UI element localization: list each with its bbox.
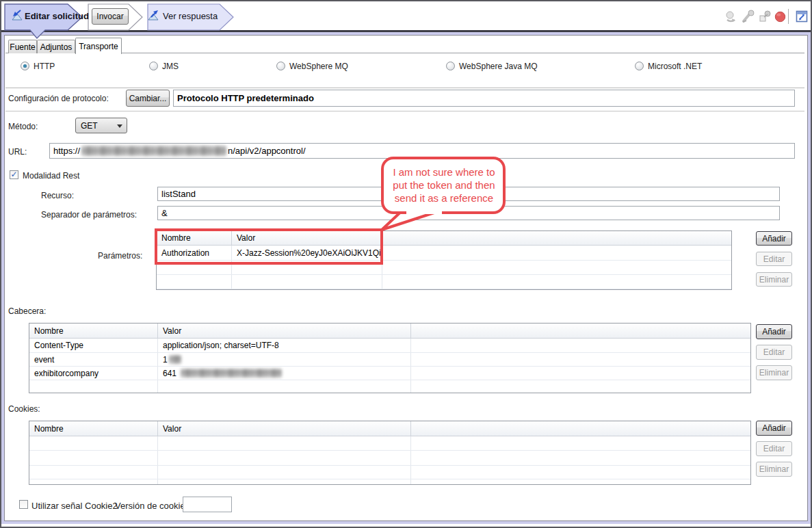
cookies-delete-button[interactable]: Eliminar [756, 462, 792, 477]
toolbar-separator [788, 9, 789, 24]
cookie-version-input[interactable] [183, 497, 232, 512]
tab-adjuntos[interactable]: Adjuntos [37, 40, 75, 53]
radio-http-label[interactable]: HTTP [34, 62, 55, 71]
tab-transporte[interactable]: Transporte [75, 38, 122, 54]
param-separator-label: Separador de parámetros: [41, 210, 137, 220]
url-redacted-blur [81, 146, 226, 156]
flow-tab-edit[interactable]: Editar solicitud [25, 11, 89, 21]
export-disabled-icon[interactable] [759, 10, 772, 23]
cookies-row-empty[interactable] [29, 466, 750, 479]
radio-jms-label[interactable]: JMS [162, 62, 179, 71]
cookies-row-empty[interactable] [29, 436, 750, 451]
dropdown-arrow-icon [117, 124, 122, 128]
rest-mode-checkbox[interactable] [10, 170, 18, 179]
cookies-col-valor: Valor [158, 421, 411, 436]
annotation-text: I am not sure where to put the token and… [387, 166, 501, 204]
method-label: Método: [8, 122, 38, 131]
cookies-section-label: Cookies: [8, 404, 40, 414]
headers-section-label: Cabecera: [8, 306, 46, 316]
radio-microsoft-net-label[interactable]: Microsoft .NET [648, 62, 702, 71]
tab-fuente[interactable]: Fuente [8, 40, 37, 53]
headers-row-exhibitorcompany[interactable]: exhibitorcompany 641 [29, 367, 750, 380]
edit-request-icon [11, 9, 23, 21]
radio-websphere-mq[interactable] [276, 62, 285, 70]
rest-mode-label[interactable]: Modalidad Rest [23, 171, 79, 181]
protocol-label: Configuración de protocolo: [8, 94, 109, 103]
headers-delete-button[interactable]: Eliminar [756, 365, 792, 380]
headers-row-content-type[interactable]: Content-Type application/json; charset=U… [29, 339, 750, 353]
headers-table-header: Nombre Valor [29, 324, 750, 339]
radio-websphere-java-mq[interactable] [446, 62, 455, 70]
headers-col-valor: Valor [158, 324, 411, 338]
headers-row-event[interactable]: event 1 [29, 353, 750, 367]
restore-window-icon[interactable] [796, 10, 808, 23]
method-value: GET [81, 121, 98, 131]
resource-label: Recurso: [41, 191, 74, 200]
section-divider-2 [5, 111, 804, 111]
radio-websphere-java-mq-label[interactable]: WebSphere Java MQ [459, 62, 538, 71]
radio-websphere-mq-label[interactable]: WebSphere MQ [289, 62, 348, 71]
invoke-button[interactable]: Invocar [92, 8, 129, 25]
url-prefix: https:// [53, 146, 80, 156]
url-suffix: n/api/v2/appcontrol/ [228, 146, 305, 156]
headers-col-nombre: Nombre [29, 324, 158, 338]
change-protocol-button[interactable]: Cambiar... [126, 90, 170, 107]
params-add-button[interactable]: Añadir [756, 231, 792, 246]
url-label: URL: [8, 147, 27, 157]
section-divider-1 [5, 88, 804, 88]
cookies-add-button[interactable]: Añadir [756, 421, 792, 436]
cookies-row-empty[interactable] [29, 451, 750, 466]
annotation-highlight-box [155, 228, 383, 265]
record-disabled-icon[interactable] [741, 9, 756, 24]
method-dropdown[interactable]: GET [75, 118, 127, 133]
headers-table[interactable]: Nombre Valor Content-Type application/js… [29, 323, 751, 393]
params-label: Parámetros: [98, 251, 142, 261]
headers-row-empty[interactable] [29, 380, 750, 393]
cookie2-checkbox[interactable] [19, 500, 28, 509]
flow-tab-response[interactable]: Ver respuesta [163, 11, 218, 21]
headers-add-button[interactable]: Añadir [756, 324, 792, 339]
stop-icon[interactable] [774, 11, 786, 23]
params-edit-button[interactable]: Editar [756, 252, 792, 266]
radio-http[interactable] [21, 62, 29, 70]
cookies-edit-button[interactable]: Editar [756, 441, 792, 456]
view-response-icon [148, 9, 159, 21]
headers-edit-button[interactable]: Editar [756, 345, 792, 360]
run-disabled-icon[interactable] [724, 10, 737, 23]
cookies-table-header: Nombre Valor [29, 421, 750, 436]
radio-microsoft-net[interactable] [635, 62, 644, 70]
protocol-value-field[interactable]: Protocolo HTTP predeterminado [173, 90, 795, 107]
cookie-version-label: Versión de cookie: [115, 501, 187, 511]
params-delete-button[interactable]: Eliminar [756, 272, 792, 287]
params-row-empty[interactable] [157, 275, 731, 289]
cookie2-label[interactable]: Utilizar señal Cookie2 [31, 501, 118, 511]
radio-jms[interactable] [149, 62, 158, 70]
cookies-col-nombre: Nombre [29, 421, 158, 436]
cookies-table[interactable]: Nombre Valor [29, 421, 751, 485]
tab-strip-line [5, 53, 804, 53]
cookies-row-empty[interactable] [29, 479, 750, 485]
